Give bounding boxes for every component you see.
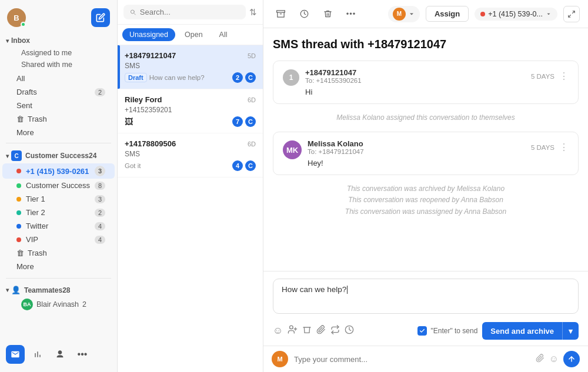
send-comment-button[interactable] [563, 351, 580, 367]
person-icon: 👤 [11, 286, 21, 294]
sidebar-item-tier2[interactable]: Tier 2 2 [2, 206, 115, 219]
teammates-section: ▾ 👤 Teammates 28 BA Blair Avinash 2 [0, 282, 117, 313]
clock-icon[interactable] [295, 5, 313, 23]
divider [6, 143, 111, 143]
chart-bottom-icon[interactable] [28, 345, 47, 364]
sidebar-item-trash2[interactable]: 🗑 Trash [2, 246, 115, 260]
active-indicator [118, 45, 120, 89]
archive-icon[interactable] [272, 5, 289, 23]
tab-open[interactable]: Open [178, 28, 210, 41]
conv-badges-1: Draft How can we help? 2 C [125, 72, 256, 83]
sidebar-item-vip[interactable]: VIP 4 [2, 233, 115, 246]
assign-button[interactable]: Assign [426, 6, 469, 22]
inbox-group-header[interactable]: ▾ Inbox [0, 34, 117, 47]
sidebar-item-more[interactable]: More [2, 126, 115, 139]
comment-box: M ☺ [263, 346, 588, 372]
dots-icon: ••• [346, 9, 356, 18]
reply-box-wrap: How can we help? ☺ [263, 271, 588, 346]
reply-box[interactable]: How can we help? [273, 279, 579, 314]
add-contact-icon[interactable] [288, 324, 298, 337]
sidebar-item-phone[interactable]: +1 (415) 539-0261 3 [2, 163, 115, 179]
reply-text: How can we help? [282, 285, 346, 294]
trash-reply-icon[interactable] [302, 325, 312, 337]
compose-button[interactable] [91, 8, 110, 27]
conversation-list: +18479121047 5D SMS Draft How can we hel… [118, 45, 263, 372]
chevron-down-small-icon [408, 11, 415, 18]
more-header-icon[interactable]: ••• [342, 5, 360, 23]
enter-checkbox[interactable] [417, 326, 427, 336]
sidebar-item-trash[interactable]: 🗑 Trash [2, 112, 115, 126]
agent-avatar-group[interactable]: M [388, 6, 420, 22]
c-badge-2: C [245, 116, 256, 127]
sidebar-item-customer-success2[interactable]: Customer Success 8 [2, 179, 115, 192]
tab-unassigned[interactable]: Unassigned [122, 28, 175, 41]
online-dot [21, 22, 26, 27]
msg-info-1: +18479121047 To: +14155390261 [305, 68, 362, 84]
conversation-item-1[interactable]: +18479121047 5D SMS Draft How can we hel… [118, 45, 263, 89]
customer-success-badge: 24 [89, 152, 96, 160]
paperclip-icon[interactable] [536, 354, 544, 365]
customer-success-header[interactable]: ▾ C Customer Success 24 [0, 148, 117, 163]
drafts-label: Drafts [16, 88, 95, 96]
count-badge-2: 7 [232, 116, 243, 127]
teammates-header[interactable]: ▾ 👤 Teammates 28 [0, 283, 117, 297]
archive-note-2: This conversation was reopened by Anna B… [273, 195, 579, 206]
avatar[interactable]: B [7, 8, 26, 27]
chevron-down-icon3: ▾ [6, 287, 9, 293]
c-badge-3: C [245, 160, 256, 171]
msg-more-icon-1[interactable]: ⋮ [559, 71, 569, 82]
template-icon[interactable] [330, 325, 340, 337]
emoji-comment-icon[interactable]: ☺ [549, 354, 559, 364]
attachment-icon[interactable] [316, 325, 326, 337]
send-archive-button[interactable]: Send and archive ▾ [482, 322, 579, 340]
main-header: ••• M Assign +1 (415) 539-0... [263, 0, 588, 28]
tab-all[interactable]: All [212, 28, 235, 41]
trash2-icon: 🗑 [16, 249, 24, 257]
contacts-bottom-icon[interactable] [51, 345, 69, 364]
message-1: 1 +18479121047 To: +14155390261 5 DAYS ⋮… [273, 61, 579, 104]
inbox-label: Inbox [11, 36, 30, 45]
sidebar-item-drafts[interactable]: Drafts 2 [2, 85, 115, 99]
conv-top-2: Riley Ford 6D [125, 95, 256, 104]
cs2-label: Customer Success [26, 181, 95, 190]
dot6-icon [16, 237, 21, 242]
send-archive-caret-icon[interactable]: ▾ [563, 323, 579, 340]
sidebar-bottom: ••• [0, 341, 117, 367]
msg-text-1: Hi [305, 88, 569, 96]
expand-icon[interactable] [563, 6, 580, 22]
sidebar-item-more2[interactable]: More [2, 260, 115, 273]
c-badge-1: C [245, 72, 256, 83]
agent-avatar: M [393, 8, 406, 21]
conversation-item-3[interactable]: +14178809506 6D SMS Got it 4 C [118, 133, 263, 177]
more2-label: More [16, 262, 105, 271]
trash-header-icon[interactable] [319, 5, 336, 23]
sidebar-item-blair[interactable]: BA Blair Avinash 2 [2, 297, 115, 312]
sidebar-item-assigned-to-me[interactable]: Assigned to me [2, 47, 115, 59]
comment-avatar: M [272, 351, 288, 367]
sidebar-item-tier1[interactable]: Tier 1 3 [2, 192, 115, 206]
inbox-tag[interactable]: +1 (415) 539-0... [475, 8, 557, 21]
filter-icon[interactable]: ⇅ [249, 7, 257, 18]
vip-label: VIP [26, 235, 95, 244]
comment-input[interactable] [294, 355, 530, 364]
tier2-label: Tier 2 [26, 208, 95, 217]
clock-reply-icon[interactable] [345, 325, 354, 337]
search-input[interactable] [140, 8, 240, 16]
twitter-badge: 4 [95, 222, 105, 230]
sidebar-item-shared-with-me[interactable]: Shared with me [2, 59, 115, 71]
emoji-icon[interactable]: ☺ [273, 325, 283, 337]
count-badge-1: 2 [232, 72, 243, 83]
inbox-bottom-icon[interactable] [6, 345, 25, 364]
conversation-item-2[interactable]: Riley Ford 6D +14152359201 🖼 7 C [118, 89, 263, 133]
search-input-wrap[interactable] [123, 5, 246, 19]
dot5-icon [16, 224, 21, 229]
more-bottom-icon[interactable]: ••• [73, 345, 92, 364]
vip-badge: 4 [95, 236, 105, 244]
sidebar-item-twitter[interactable]: Twitter 4 [2, 219, 115, 233]
conv-preview-3: Got it [125, 162, 141, 169]
msg-more-icon-2[interactable]: ⋮ [559, 142, 569, 153]
cursor [347, 286, 348, 294]
sidebar-item-all[interactable]: All [2, 72, 115, 85]
sidebar-item-sent[interactable]: Sent [2, 99, 115, 112]
reply-toolbar: ☺ "Enter" to send [273, 319, 579, 346]
